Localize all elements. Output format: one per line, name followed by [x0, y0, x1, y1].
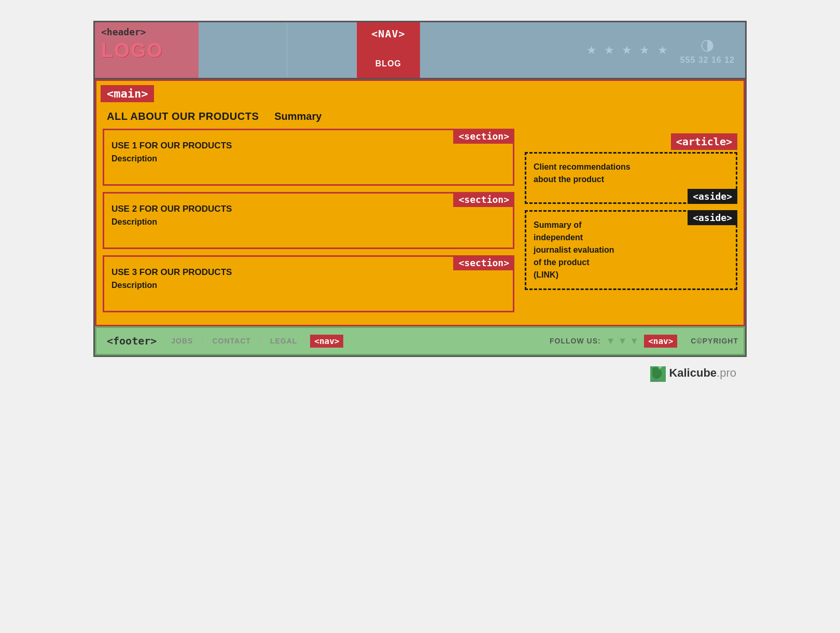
nav-item-shops[interactable]: SHOPS — [287, 22, 357, 78]
section-1-desc: Description — [111, 154, 506, 163]
section-2-desc: Description — [111, 217, 506, 227]
footer-right: FOLLOW US: ▼ ▼ ▼ <nav> C©PYRIGHT — [550, 335, 738, 348]
section-1-tag: <section> — [453, 129, 514, 144]
kalicube-icon — [648, 364, 666, 382]
header-tag: <header> — [101, 26, 146, 37]
footer-nav-tag: <nav> — [310, 335, 343, 348]
section-2-tag: <section> — [453, 192, 514, 207]
logo-area: <header> LOGO — [95, 22, 199, 78]
section-3-title: USE 3 FOR OUR PRODUCTS — [111, 267, 506, 278]
follow-text: FOLLOW US: — [550, 337, 601, 345]
header-right: ★ ★ ★ ★ ★ ◑ 555 32 16 12 — [576, 22, 745, 78]
aside-2-text: Summary ofindependentjournalist evaluati… — [534, 219, 729, 281]
main-inner: ALL ABOUT OUR PRODUCTS Summary <section>… — [96, 102, 744, 325]
footer: <footer> JOBS CONTACT LEGAL <nav> FOLLOW… — [95, 326, 745, 355]
header-nav-wrapper: PRODUCTS SHOPS <nav> BLOG — [199, 22, 576, 78]
right-col: <article> <aside> Client recommendations… — [520, 102, 737, 319]
page-wrapper: <header> LOGO PRODUCTS SHOPS <nav> BLOG … — [93, 21, 747, 357]
article-header: ALL ABOUT OUR PRODUCTS Summary — [103, 102, 514, 129]
footer-nav-legal[interactable]: LEGAL — [261, 337, 307, 345]
section-1: <section> USE 1 FOR OUR PRODUCTS Descrip… — [103, 129, 514, 186]
logo-text: LOGO — [101, 39, 163, 62]
aside-1-tag: <aside> — [688, 189, 737, 204]
nav-item-products[interactable]: PRODUCTS — [199, 22, 287, 78]
aside-2: <aside> Summary ofindependentjournalist … — [525, 210, 737, 290]
aside-1-text: Client recommendationsabout the product — [534, 161, 729, 186]
copyright-text: C©PYRIGHT — [682, 337, 738, 345]
follow-arrows-icon: ▼ ▼ ▼ — [606, 336, 639, 347]
aside-2-tag: <aside> — [688, 210, 737, 225]
footer-follow-nav-tag: <nav> — [644, 335, 677, 348]
section-2: <section> USE 2 FOR OUR PRODUCTS Descrip… — [103, 192, 514, 249]
kalicube-logo: Kalicube.pro — [648, 364, 736, 382]
contact-number: 555 32 16 12 — [680, 56, 735, 65]
section-1-title: USE 1 FOR OUR PRODUCTS — [111, 141, 506, 151]
main-tag: <main> — [101, 85, 154, 102]
stars: ★ ★ ★ ★ ★ — [586, 44, 669, 57]
section-2-title: USE 2 FOR OUR PRODUCTS — [111, 204, 506, 214]
contact-icon: ◑ — [701, 35, 714, 53]
footer-nav-contact[interactable]: CONTACT — [203, 337, 260, 345]
article-tag: <article> — [671, 133, 737, 150]
footer-nav-jobs[interactable]: JOBS — [162, 337, 203, 345]
summary-label: Summary — [274, 111, 321, 122]
left-col: ALL ABOUT OUR PRODUCTS Summary <section>… — [103, 102, 520, 319]
section-3-tag: <section> — [453, 255, 514, 270]
header-contact: ◑ 555 32 16 12 — [680, 35, 735, 65]
footer-tag: <footer> — [102, 333, 162, 349]
kalicube-area: Kalicube.pro — [93, 357, 747, 389]
footer-nav-left: JOBS CONTACT LEGAL <nav> — [162, 335, 550, 348]
article-title: ALL ABOUT OUR PRODUCTS — [107, 111, 259, 122]
nav-tag: <nav> — [371, 27, 405, 40]
aside-1: <aside> Client recommendationsabout the … — [525, 152, 737, 204]
nav-item-blog[interactable]: <nav> BLOG — [357, 22, 420, 78]
section-3: <section> USE 3 FOR OUR PRODUCTS Descrip… — [103, 255, 514, 312]
kalicube-name: Kalicube.pro — [669, 366, 736, 380]
section-3-desc: Description — [111, 281, 506, 290]
main-area: <main> ALL ABOUT OUR PRODUCTS Summary <s… — [95, 79, 745, 326]
header: <header> LOGO PRODUCTS SHOPS <nav> BLOG … — [95, 22, 745, 79]
